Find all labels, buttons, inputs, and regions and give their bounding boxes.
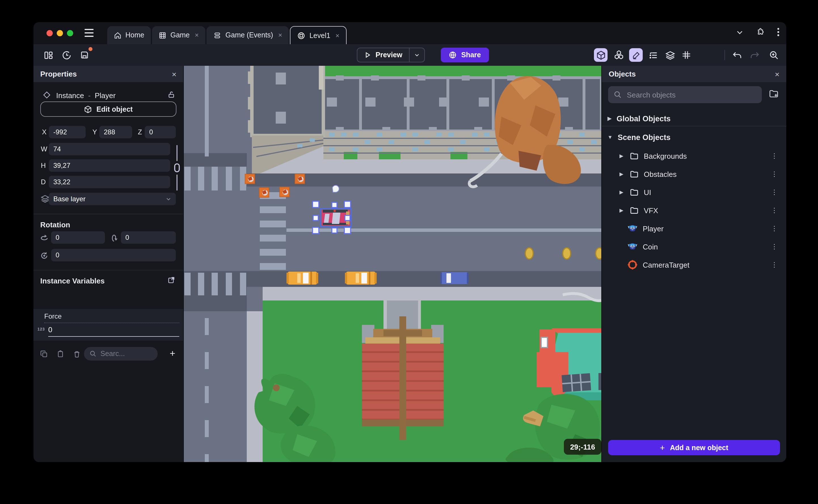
rotation-z-input[interactable] <box>51 249 176 261</box>
kebab-menu-icon[interactable]: ⋮ <box>771 188 778 196</box>
plus-icon: + <box>660 443 665 452</box>
taxi-1[interactable] <box>286 272 318 285</box>
tab-home[interactable]: Home <box>107 26 151 44</box>
close-icon[interactable]: × <box>195 31 199 39</box>
preview-dropdown[interactable] <box>409 48 425 62</box>
kebab-menu-icon[interactable]: ⋮ <box>771 225 778 232</box>
scene-objects-group[interactable]: ▼ Scene Objects <box>602 130 786 145</box>
scene-canvas[interactable]: 29;-116 <box>184 66 601 462</box>
blue-car[interactable] <box>440 272 469 284</box>
close-icon[interactable]: × <box>775 69 779 79</box>
monkey-icon <box>627 242 638 252</box>
redo-icon[interactable] <box>748 48 761 62</box>
objects-blocks-icon[interactable] <box>612 48 626 62</box>
link-dimensions-icon[interactable] <box>173 145 181 190</box>
tab-game[interactable]: Game × <box>152 26 206 44</box>
extension-puzzle-icon[interactable] <box>756 28 765 36</box>
object-cameratarget[interactable]: CameraTarget ⋮ <box>602 257 786 272</box>
layer-select[interactable]: Base layer <box>49 193 176 205</box>
h-input[interactable] <box>49 159 170 172</box>
add-folder-icon[interactable] <box>769 88 779 101</box>
variables-search[interactable]: Searc... <box>84 347 158 361</box>
folder-icon <box>630 206 639 215</box>
paste-icon[interactable] <box>57 350 64 359</box>
properties-header: Properties × <box>33 66 183 82</box>
properties-title: Properties <box>40 70 77 78</box>
chevron-right-icon: ▶ <box>620 171 624 177</box>
rotate-y-icon <box>109 234 119 244</box>
w-input[interactable] <box>49 143 170 155</box>
grid-icon[interactable] <box>680 48 693 62</box>
global-objects-group[interactable]: ▶ Global Objects <box>602 111 786 126</box>
variable-name: Force <box>44 312 62 320</box>
group-label: Scene Objects <box>618 133 671 141</box>
taxi-2[interactable] <box>345 272 377 285</box>
kebab-menu-icon[interactable]: ⋮ <box>771 261 778 269</box>
object-label: Player <box>643 224 664 233</box>
trash-icon[interactable] <box>783 48 786 62</box>
d-input[interactable] <box>49 176 170 188</box>
close-icon[interactable]: × <box>335 31 339 39</box>
z-input[interactable] <box>145 126 176 138</box>
chevron-down-icon[interactable] <box>736 28 744 36</box>
events-icon <box>213 31 221 39</box>
trash-small-icon[interactable] <box>73 350 81 359</box>
objects-header: Objects × <box>602 66 786 82</box>
object-player[interactable]: Player ⋮ <box>602 221 786 236</box>
object-coin[interactable]: Coin ⋮ <box>602 239 786 254</box>
home-icon <box>114 31 121 39</box>
traffic-close-button[interactable] <box>46 30 53 36</box>
add-new-object-button[interactable]: + Add a new object <box>608 440 780 455</box>
kebab-menu-icon[interactable] <box>777 28 779 36</box>
kebab-menu-icon[interactable]: ⋮ <box>771 206 778 214</box>
objects-search-input[interactable]: Search objects <box>608 86 762 103</box>
kebab-menu-icon[interactable]: ⋮ <box>771 170 778 178</box>
menu-icon[interactable] <box>84 29 94 37</box>
kebab-menu-icon[interactable]: ⋮ <box>771 243 778 251</box>
layers-icon[interactable] <box>663 48 677 62</box>
traffic-zoom-button[interactable] <box>67 30 73 36</box>
folder-label: UI <box>644 188 651 196</box>
folder-ui[interactable]: ▶ UI ⋮ <box>602 185 786 200</box>
tab-label: Game (Events) <box>225 31 273 39</box>
layout-panels-icon[interactable] <box>41 48 55 62</box>
x-input[interactable] <box>49 126 86 138</box>
x-label: X <box>42 128 46 136</box>
chevron-right-icon: ▶ <box>620 207 624 213</box>
chevron-right-icon: ▶ <box>620 153 624 159</box>
rotation-title: Rotation <box>40 221 70 229</box>
share-button[interactable]: Share <box>441 48 489 62</box>
folder-backgrounds[interactable]: ▶ Backgrounds ⋮ <box>602 149 786 163</box>
open-external-icon[interactable] <box>167 276 175 286</box>
lock-open-icon[interactable] <box>167 91 175 100</box>
folder-vfx[interactable]: ▶ VFX ⋮ <box>602 203 786 218</box>
variable-row[interactable]: Force 123 0 <box>33 309 183 341</box>
app-window: Home Game × Game (Events) × Level1 × <box>33 22 786 462</box>
tab-game-events[interactable]: Game (Events) × <box>207 26 289 44</box>
kebab-menu-icon[interactable]: ⋮ <box>771 152 778 160</box>
tab-level1[interactable]: Level1 × <box>290 26 347 44</box>
layers-small-icon <box>41 194 49 205</box>
3d-box-tool-icon[interactable] <box>594 48 608 62</box>
rotation-y-input[interactable] <box>121 231 176 244</box>
edit-pencil-tool-icon[interactable] <box>629 48 643 62</box>
preview-button[interactable]: Preview <box>357 48 425 62</box>
zoom-in-icon[interactable] <box>767 48 781 62</box>
traffic-minimize-button[interactable] <box>57 30 63 36</box>
instances-list-icon[interactable] <box>646 48 660 62</box>
variable-value[interactable]: 0 <box>48 325 52 334</box>
undo-icon[interactable] <box>730 48 744 62</box>
save-icon[interactable] <box>78 48 91 62</box>
folder-icon <box>630 188 639 197</box>
folder-obstacles[interactable]: ▶ Obstacles ⋮ <box>602 167 786 181</box>
add-variable-button[interactable]: + <box>170 348 175 359</box>
copy-icon[interactable] <box>40 350 48 359</box>
folder-icon <box>630 170 639 179</box>
close-icon[interactable]: × <box>278 31 282 39</box>
rotation-x-input[interactable] <box>51 231 105 244</box>
history-icon[interactable] <box>60 48 73 62</box>
close-icon[interactable]: × <box>172 69 176 79</box>
toolbar: Preview Share <box>33 44 786 66</box>
edit-object-button[interactable]: Edit object <box>40 101 176 117</box>
y-input[interactable] <box>99 126 132 138</box>
